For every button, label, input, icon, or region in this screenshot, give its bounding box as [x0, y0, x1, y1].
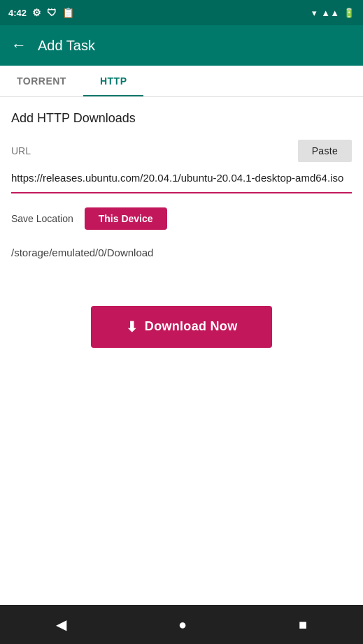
- back-button[interactable]: ←: [11, 36, 27, 54]
- nav-recent-button[interactable]: ■: [293, 611, 313, 638]
- nav-home-button[interactable]: ●: [173, 611, 192, 638]
- wifi-icon: ▾: [312, 8, 317, 18]
- save-location-label: Save Location: [11, 213, 73, 224]
- download-section: ⬇ Download Now: [11, 306, 352, 348]
- app-bar: ← Add Task: [0, 25, 363, 66]
- storage-icon: 📋: [62, 7, 74, 18]
- save-path: /storage/emulated/0/Download: [11, 241, 352, 264]
- tab-http[interactable]: HTTP: [83, 66, 144, 96]
- url-value[interactable]: https://releases.ubuntu.com/20.04.1/ubun…: [11, 168, 352, 193]
- status-icons: ▾ ▲▲ 🔋: [312, 8, 355, 18]
- status-bar: 4:42 ⚙ 🛡 📋 ▾ ▲▲ 🔋: [0, 0, 363, 25]
- content-area: Add HTTP Downloads URL Paste https://rel…: [0, 97, 363, 605]
- battery-icon: 🔋: [343, 8, 355, 18]
- download-now-button[interactable]: ⬇ Download Now: [91, 306, 273, 348]
- back-arrow-icon: ←: [11, 36, 27, 54]
- this-device-button[interactable]: This Device: [85, 207, 167, 230]
- url-label: URL: [11, 145, 31, 156]
- nav-back-button[interactable]: ◀: [50, 610, 72, 638]
- tabs-container: TORRENT HTTP: [0, 66, 363, 97]
- status-time: 4:42 ⚙ 🛡 📋: [8, 7, 74, 18]
- signal-icon: ▲▲: [321, 8, 339, 18]
- url-row: URL Paste: [11, 140, 352, 162]
- save-location-row: Save Location This Device: [11, 207, 352, 230]
- shield-icon: 🛡: [47, 7, 57, 18]
- paste-button[interactable]: Paste: [298, 140, 352, 162]
- page-title: Add Task: [38, 38, 95, 54]
- section-title: Add HTTP Downloads: [11, 111, 352, 126]
- nav-bar: ◀ ● ■: [0, 605, 363, 644]
- download-button-label: Download Now: [145, 319, 238, 334]
- settings-icon: ⚙: [32, 7, 41, 18]
- tab-torrent[interactable]: TORRENT: [0, 66, 83, 96]
- download-icon: ⬇: [126, 319, 138, 335]
